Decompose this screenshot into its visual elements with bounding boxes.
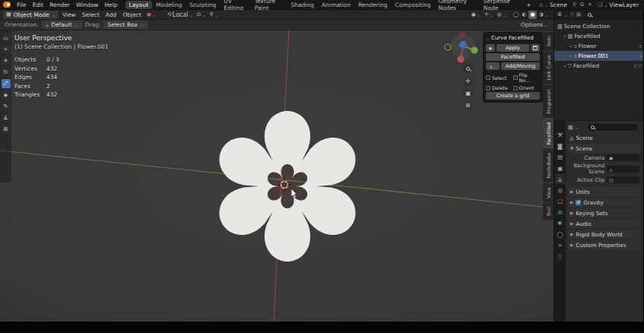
outliner-row-flower-001[interactable]: •ↄFlower.001ↄ (554, 51, 643, 61)
properties-tab-scene[interactable]: ◬ (555, 174, 565, 184)
properties-tab-particles[interactable]: ✺ (555, 218, 565, 228)
pin-icon[interactable]: ⚲ (572, 2, 577, 8)
sidebar-tab-facefilled[interactable]: Facefilled (543, 119, 554, 149)
properties-tab-constraints[interactable]: ∞ (555, 240, 565, 250)
menu-file[interactable]: File (14, 2, 30, 8)
tool-annotate[interactable]: ✎ (2, 102, 11, 111)
3d-viewport[interactable]: ▭⌖✛↻⤢◈✎∡⊞ User Perspective (1) Scene Col… (0, 30, 554, 322)
snap-dropdown[interactable]: ⚲⌄ (208, 11, 220, 17)
outliner-row-facefilled[interactable]: •▥Facefilled (554, 31, 643, 41)
properties-tab-modifiers[interactable]: ⚙ (555, 208, 565, 217)
options-dropdown[interactable]: Options ⌄ (519, 21, 549, 28)
axis-neg-y-handle[interactable] (459, 32, 465, 38)
orientation-select[interactable]: ⟂ Default ⌄ (42, 21, 82, 29)
wireframe-shading-button[interactable]: ◯ (512, 11, 520, 19)
add-moving-button[interactable]: Add/Moving (501, 62, 540, 70)
panel-audio[interactable]: ▶Audio (568, 219, 641, 228)
camera-view-button[interactable]: ▣ (463, 88, 473, 98)
pivot-dropdown[interactable]: ⊙⌄ (195, 11, 208, 17)
tool-add-primitive[interactable]: ⊞ (2, 125, 11, 134)
properties-tab-output[interactable]: ▤ (555, 152, 565, 162)
field-input-background-scene[interactable]: ◬ (607, 166, 639, 173)
checkbox-delete[interactable]: Delete (486, 85, 513, 90)
tool-transform[interactable]: ◈ (2, 90, 11, 100)
proportional-edit-dropdown[interactable]: ◉⌄ (470, 11, 482, 17)
sidebar-tab-programm[interactable]: Programm (543, 85, 554, 118)
active-object-type-dropdown[interactable]: ● ⌄ (145, 11, 157, 17)
axis-z-handle[interactable] (459, 41, 467, 49)
checkbox-checked-icon[interactable]: ✔ (576, 200, 581, 205)
rendered-shading-button[interactable]: ◑ (537, 11, 545, 19)
workspace-tab-compositing[interactable]: Compositing (392, 1, 435, 9)
blender-logo-icon[interactable] (3, 2, 11, 8)
tool-cursor[interactable]: ⌖ (2, 45, 11, 54)
field-input-active-clip[interactable]: ◫ (607, 176, 639, 183)
properties-tab-render[interactable]: ◙ (555, 141, 565, 151)
sidebar-tab-view[interactable]: View (543, 183, 554, 202)
transform-orientation-dropdown[interactable]: ⟲ Local ⌄ (166, 11, 195, 18)
outliner-row-facefilled[interactable]: •▽Facefilledↄ▽ (554, 61, 643, 71)
properties-tab-world[interactable]: ◍ (555, 186, 565, 195)
workspace-tab-sculpting[interactable]: Sculpting (186, 1, 220, 9)
solid-shading-button[interactable]: ◐ (520, 11, 528, 19)
add-workspace-button[interactable]: + (522, 1, 535, 9)
checkbox-select[interactable]: Select (486, 72, 513, 83)
new-collection-icon[interactable]: ▤ (576, 11, 581, 17)
properties-tab-object[interactable]: ▢ (555, 196, 565, 206)
menu-edit[interactable]: Edit (30, 2, 47, 8)
navigation-gizmo[interactable] (445, 32, 478, 63)
scene-selector[interactable]: ◬ ⌄ Scene (537, 2, 569, 8)
curve-type-dropdown[interactable]: ↄ⌄ (486, 62, 500, 70)
viewport-menu-view[interactable]: View (59, 11, 79, 18)
editor-type-icon[interactable]: ▤ (568, 125, 573, 131)
viewport-menu-select[interactable]: Select (79, 11, 103, 18)
delete-preset-button[interactable] (531, 44, 540, 52)
facefilled-button[interactable]: Facefilled (486, 53, 540, 61)
tool-move[interactable]: ✛ (2, 56, 11, 65)
axis-neg-x-handle[interactable] (445, 44, 451, 50)
properties-tab-object-data[interactable]: ▽ (555, 252, 565, 262)
tool-box-select[interactable]: ▭ (2, 33, 11, 43)
workspace-tab-rendering[interactable]: Rendering (354, 1, 391, 9)
drag-select[interactable]: Select Box ⌄ (103, 21, 148, 29)
editor-type-icon[interactable]: ≣ (557, 11, 562, 17)
zoom-view-button[interactable] (463, 64, 473, 74)
axis-y-handle[interactable] (471, 47, 478, 54)
gizmos-dropdown[interactable]: ✛⌄ (483, 11, 495, 17)
outliner-row-flower[interactable]: •ↄFlowerↄ (554, 41, 643, 51)
viewport-menu-add[interactable]: Add (103, 11, 120, 18)
search-icon[interactable] (588, 13, 592, 17)
workspace-tab-shading[interactable]: Shading (287, 1, 318, 9)
checkbox-orient[interactable]: Orient (513, 85, 541, 90)
create-grid-button[interactable]: Create a grid (486, 92, 540, 100)
workspace-tab-modeling[interactable]: Modeling (152, 1, 186, 9)
material-shading-button[interactable]: ● (528, 11, 537, 19)
scene-panel-header[interactable]: ▼ Scene (568, 144, 641, 153)
panel-custom-properties[interactable]: ▶Custom Properties (568, 240, 641, 249)
menu-window[interactable]: Window (73, 2, 102, 8)
viewport-menu-object[interactable]: Object (119, 11, 144, 18)
axis-x-handle[interactable] (458, 56, 465, 63)
outliner-row-scene-collection[interactable]: ▥Scene Collection (554, 21, 643, 31)
view-layer-selector[interactable]: ❏ ⌄ ViewLayer (595, 2, 641, 8)
menu-render[interactable]: Render (46, 2, 73, 8)
panel-gravity[interactable]: ▶✔Gravity (568, 198, 641, 207)
tool-rotate[interactable]: ↻ (2, 68, 11, 77)
perspective-toggle-button[interactable]: ⊞ (463, 100, 473, 110)
workspace-tab-animation[interactable]: Animation (318, 1, 354, 9)
shortcut-icon-button[interactable]: ❖ (486, 44, 495, 52)
copy-icon[interactable]: ⧉ (579, 2, 585, 8)
field-input-camera[interactable]: ◉ (607, 154, 639, 161)
menu-help[interactable]: Help (101, 2, 120, 8)
sidebar-tab-link-curve[interactable]: Link Curve (543, 51, 554, 84)
mode-selector[interactable]: ▦ Object Mode ⌄ (3, 11, 59, 19)
sidebar-tab-nortebaba[interactable]: NorteBaba (543, 149, 554, 182)
properties-tab-tool[interactable]: ⚒ (555, 130, 565, 140)
properties-tab-view-layer[interactable]: ▣ (555, 163, 565, 173)
sidebar-tab-item[interactable]: Item (543, 32, 554, 50)
panel-units[interactable]: ▶Units (568, 187, 641, 196)
properties-search-input[interactable] (588, 124, 638, 131)
workspace-tab-layout[interactable]: Layout (125, 1, 153, 9)
panel-rigid-body-world[interactable]: ▶Rigid Body World (568, 230, 641, 239)
pan-view-button[interactable]: ✛ (463, 76, 473, 86)
